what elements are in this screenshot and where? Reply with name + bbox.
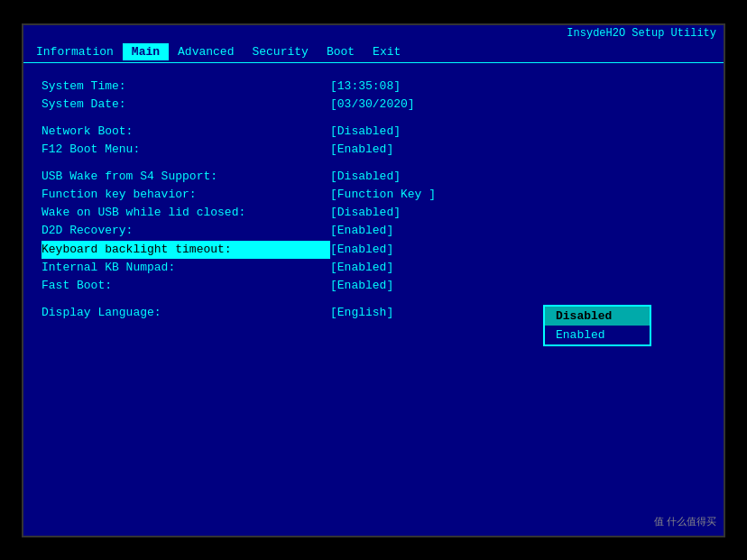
display-language-value[interactable]: [English] (330, 304, 393, 322)
system-time-label: System Time: (42, 78, 330, 96)
function-key-label: Function key behavior: (42, 186, 330, 204)
f12-boot-label: F12 Boot Menu: (42, 141, 330, 159)
system-date-row: System Date: [03/30/2020] (42, 96, 706, 114)
d2d-recovery-label: D2D Recovery: (42, 222, 330, 240)
internal-kb-label: Internal KB Numpad: (42, 259, 330, 277)
menu-main[interactable]: Main (123, 43, 169, 60)
usb-wake-value[interactable]: [Disabled] (330, 168, 401, 186)
wake-usb-lid-value[interactable]: [Disabled] (330, 204, 401, 222)
spacer-3 (42, 295, 706, 304)
dropdown-item-enabled[interactable]: Enabled (545, 326, 650, 344)
f12-boot-row: F12 Boot Menu: [Enabled] (42, 141, 706, 159)
wake-usb-lid-row: Wake on USB while lid closed: [Disabled] (42, 204, 706, 222)
system-time-value[interactable]: [13:35:08] (330, 78, 401, 96)
wake-usb-lid-label: Wake on USB while lid closed: (42, 204, 330, 222)
menu-security[interactable]: Security (243, 43, 317, 60)
keyboard-backlight-label: Keyboard backlight timeout: (42, 241, 330, 259)
menu-information[interactable]: Information (27, 43, 123, 60)
internal-kb-row: Internal KB Numpad: [Enabled] (42, 259, 706, 277)
dropdown-item-disabled[interactable]: Disabled (545, 307, 650, 326)
internal-kb-value[interactable]: [Enabled] (330, 259, 393, 277)
system-time-row: System Time: [13:35:08] (42, 78, 706, 96)
keyboard-backlight-value[interactable]: [Enabled] (330, 241, 393, 259)
spacer-1 (42, 114, 706, 123)
spacer-2 (42, 159, 706, 168)
menu-exit[interactable]: Exit (364, 43, 410, 60)
usb-wake-label: USB Wake from S4 Support: (42, 168, 330, 186)
menu-advanced[interactable]: Advanced (169, 43, 243, 60)
f12-boot-value[interactable]: [Enabled] (330, 141, 393, 159)
network-boot-row: Network Boot: [Disabled] (42, 123, 706, 141)
function-key-row: Function key behavior: [Function Key ] (42, 186, 706, 204)
dropdown-menu: Disabled Enabled (543, 305, 651, 346)
watermark: 值 什么值得买 (654, 515, 716, 528)
fast-boot-label: Fast Boot: (42, 277, 330, 295)
system-date-label: System Date: (42, 96, 330, 114)
utility-title-bar: InsydeH2O Setup Utility (23, 25, 724, 41)
display-language-label: Display Language: (42, 304, 330, 322)
d2d-recovery-value[interactable]: [Enabled] (330, 222, 393, 240)
fast-boot-row: Fast Boot: [Enabled] (42, 277, 706, 295)
fast-boot-value[interactable]: [Enabled] (330, 277, 393, 295)
keyboard-backlight-row: Keyboard backlight timeout: [Enabled] (42, 241, 706, 259)
system-date-value[interactable]: [03/30/2020] (330, 96, 415, 114)
bios-screen: InsydeH2O Setup Utility Information Main… (22, 23, 725, 537)
d2d-recovery-row: D2D Recovery: [Enabled] (42, 222, 706, 240)
usb-wake-row: USB Wake from S4 Support: [Disabled] (42, 168, 706, 186)
network-boot-value[interactable]: [Disabled] (330, 123, 401, 141)
function-key-value[interactable]: [Function Key ] (330, 186, 436, 204)
utility-title: InsydeH2O Setup Utility (567, 27, 716, 40)
menu-bar: Information Main Advanced Security Boot … (23, 41, 724, 63)
network-boot-label: Network Boot: (42, 123, 330, 141)
menu-boot[interactable]: Boot (318, 43, 364, 60)
bios-content: System Time: [13:35:08] System Date: [03… (23, 63, 724, 337)
